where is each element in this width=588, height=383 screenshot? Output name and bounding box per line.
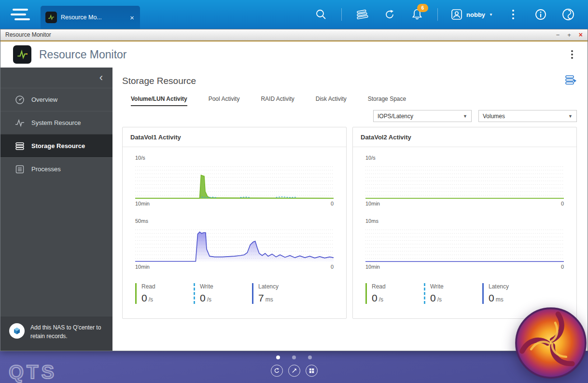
app-header: Resource Monitor [0, 41, 588, 68]
sidebar-item-label: System Resource [31, 119, 81, 126]
tab-volume-lun-activity[interactable]: Volume/LUN Activity [131, 96, 187, 106]
datavol1-activity-card: DataVol1 Activity 10/s 10min 0 50ms 1 [122, 127, 347, 319]
main-menu-button[interactable] [0, 9, 41, 20]
stat-label: Read [372, 283, 424, 290]
qcenter-note[interactable]: Add this NAS to Q'center to retain recor… [0, 316, 112, 351]
sidebar-item-label: Storage Resource [31, 142, 85, 150]
stat-label: Latency [258, 283, 310, 290]
storage-stack-icon[interactable] [355, 7, 369, 22]
sidebar-item-processes[interactable]: Processes [0, 157, 112, 180]
background-tasks-icon[interactable] [382, 7, 397, 22]
tab-storage-space[interactable]: Storage Space [368, 96, 406, 106]
desktop-footer: QTS [0, 351, 588, 383]
info-icon[interactable] [533, 7, 548, 22]
gauge-icon [15, 95, 25, 105]
disk-stack-icon [15, 141, 25, 151]
stat-value: 0 [489, 292, 494, 303]
x-axis-right-label: 0 [561, 201, 564, 206]
latency-chart-svg [365, 226, 564, 262]
taskbar-tab-resource-monitor[interactable]: Resource Mo... × [41, 6, 140, 29]
desktop-pointer-button[interactable] [288, 365, 300, 377]
stat-label: Read [141, 283, 194, 290]
scope-dropdown-value: Volumes [483, 113, 505, 120]
y-axis-max-label: 10/s [365, 155, 564, 161]
grid-icon [308, 368, 315, 374]
desktop-back-button[interactable] [271, 365, 283, 377]
sidebar-item-overview[interactable]: Overview [0, 88, 112, 111]
stat-value: 0 [141, 292, 147, 303]
sidebar-item-storage-resource[interactable]: Storage Resource [0, 134, 112, 157]
qts-desktop-logo: QTS [9, 361, 57, 383]
stat-unit: /s [149, 296, 153, 303]
stat-unit: /s [437, 296, 442, 303]
taskbar-tab-title: Resource Mo... [61, 14, 125, 21]
iops-chart [365, 163, 564, 199]
latency-chart-svg [135, 226, 334, 262]
stat-label: Latency [489, 283, 541, 290]
x-axis-right-label: 0 [331, 264, 334, 270]
window-title: Resource Monitor [5, 31, 51, 38]
card-title: DataVol2 Activity [353, 127, 576, 147]
notification-badge: 6 [417, 4, 428, 12]
sidebar-collapse-icon[interactable]: ‹ [99, 72, 103, 83]
x-axis-left-label: 10min [135, 201, 150, 206]
stat-value: 0 [372, 292, 378, 303]
tab-bar: Volume/LUN Activity Pool Activity RAID A… [131, 96, 577, 106]
qcenter-cube-icon [9, 323, 25, 339]
page-dot-2[interactable] [292, 356, 296, 359]
stat-value: 0 [200, 292, 206, 303]
stat-unit: /s [379, 296, 383, 303]
username-label: nobby [466, 11, 485, 18]
stat-unit: ms [496, 296, 504, 303]
x-axis-right-label: 0 [561, 264, 564, 270]
chevron-down-icon: ▼ [489, 13, 493, 17]
close-button[interactable]: × [579, 31, 583, 38]
stat-label: Write [430, 283, 482, 290]
y-axis-max-label: 10/s [135, 155, 334, 161]
volume-list-icon[interactable] [564, 74, 577, 88]
sidebar-item-system-resource[interactable]: System Resource [0, 111, 112, 134]
stat-value: 7 [258, 292, 264, 303]
notifications-bell-icon[interactable]: 6 [410, 7, 424, 22]
iops-chart-svg [365, 163, 564, 199]
more-options-icon[interactable] [506, 7, 520, 22]
tab-raid-activity[interactable]: RAID Activity [261, 96, 294, 106]
search-icon[interactable] [314, 7, 328, 22]
circular-arrow-icon [274, 368, 280, 374]
write-stat: Write 0/s [424, 283, 482, 304]
sidebar-item-label: Processes [31, 165, 61, 173]
chevron-down-icon: ▼ [463, 114, 467, 119]
minimize-button[interactable]: − [556, 32, 560, 38]
header-more-options-icon[interactable] [569, 48, 575, 61]
sidebar-item-label: Overview [31, 96, 57, 103]
stat-unit: ms [266, 296, 273, 303]
section-heading: Storage Resource [122, 76, 196, 86]
metric-dropdown[interactable]: IOPS/Latency ▼ [373, 110, 472, 122]
x-axis-right-label: 0 [331, 201, 334, 206]
tab-disk-activity[interactable]: Disk Activity [316, 96, 347, 106]
card-title: DataVol1 Activity [123, 127, 346, 147]
maximize-button[interactable]: + [567, 32, 571, 38]
y-axis-max-label: 10ms [365, 218, 564, 224]
main-content: Storage Resource Volume/LUN Activity Poo… [112, 68, 588, 351]
desktop-grid-button[interactable] [306, 365, 318, 377]
latency-stat: Latency 7ms [252, 283, 310, 304]
diagonal-arrow-icon [291, 368, 297, 374]
tab-pool-activity[interactable]: Pool Activity [209, 96, 240, 106]
user-menu[interactable]: nobby ▼ [451, 9, 493, 20]
window-titlebar[interactable]: Resource Monitor − + × [0, 29, 588, 41]
y-axis-max-label: 50ms [135, 218, 334, 224]
page-dot-3[interactable] [308, 356, 312, 359]
hamburger-icon [13, 9, 28, 11]
tab-close-icon[interactable]: × [129, 14, 135, 22]
qts-swirl-icon[interactable] [561, 7, 575, 22]
page-dot-1[interactable] [276, 356, 280, 359]
x-axis-left-label: 10min [365, 201, 380, 206]
iops-chart [135, 163, 334, 199]
scope-dropdown[interactable]: Volumes ▼ [478, 110, 577, 122]
read-stat: Read 0/s [365, 283, 424, 304]
user-icon [451, 9, 462, 20]
iops-chart-svg [135, 163, 334, 199]
latency-chart [135, 226, 334, 262]
desktop-page-dots [0, 356, 588, 359]
